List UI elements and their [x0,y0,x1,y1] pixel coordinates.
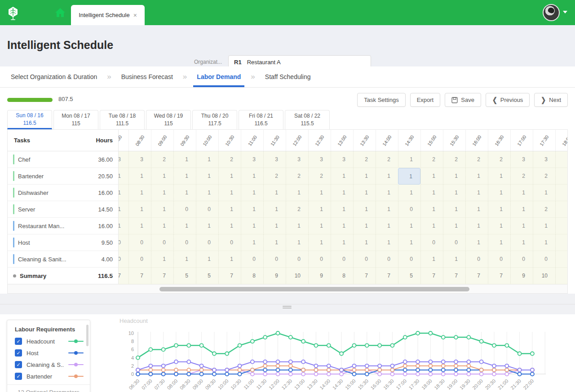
day-tab-tue[interactable]: Tue 08 / 18111.5 [100,110,145,129]
demand-cell[interactable]: 1 [173,251,196,268]
demand-cell[interactable]: 1 [331,185,353,201]
demand-cell[interactable]: 1 [376,201,398,218]
previous-button[interactable]: ❮ Previous [486,93,530,107]
demand-cell[interactable]: 0 [398,201,420,218]
demand-cell[interactable] [555,151,567,168]
demand-cell[interactable]: 1 [443,251,465,268]
demand-cell[interactable]: 1 [331,201,353,218]
demand-cell[interactable]: 1 [196,151,218,168]
demand-cell[interactable]: 1 [420,251,443,268]
optional-parameters-button[interactable]: 12 Optional Parameters [7,384,90,392]
day-tab-sun[interactable]: Sun 08 / 16116.5 [7,110,52,129]
demand-cell[interactable]: 0 [353,251,376,268]
day-tab-fri[interactable]: Fri 08 / 21116.5 [239,110,283,129]
demand-cell[interactable]: 0 [443,234,465,251]
demand-cell[interactable]: 0 [465,251,488,268]
demand-cell[interactable]: 1 [353,234,376,251]
demand-cell[interactable]: 1 [398,185,420,201]
demand-cell[interactable]: 2 [533,168,555,185]
demand-cell[interactable]: 7 [376,268,398,284]
demand-cell[interactable]: 1 [241,201,263,218]
demand-cell[interactable]: 3 [286,151,308,168]
demand-cell[interactable]: 0 [218,234,241,251]
demand-cell[interactable]: 0 [173,234,196,251]
selected-demand-cell[interactable]: 1 [398,168,420,185]
demand-cell[interactable]: 0 [533,251,555,268]
demand-cell[interactable]: 1 [353,168,376,185]
demand-cell[interactable]: 2 [443,151,465,168]
demand-cell[interactable]: 7 [218,268,241,284]
demand-cell[interactable]: 1 [420,201,443,218]
checkbox-checked-icon[interactable]: ✓ [15,361,22,368]
demand-cell[interactable]: 1 [241,234,263,251]
demand-cell[interactable] [555,218,567,234]
user-avatar[interactable] [543,4,560,21]
demand-cell[interactable]: 1 [263,185,286,201]
demand-cell[interactable]: 2 [286,201,308,218]
demand-cell[interactable]: 1 [196,218,218,234]
demand-cell[interactable]: 1 [510,234,533,251]
demand-cell[interactable]: 1 [151,185,173,201]
demand-cell[interactable]: 1 [241,185,263,201]
horizontal-scrollbar-handle[interactable] [159,287,469,291]
demand-cell[interactable]: 1 [151,201,173,218]
demand-cell[interactable]: 1 [151,218,173,234]
demand-cell[interactable]: 1 [308,234,331,251]
demand-cell[interactable]: 0 [488,251,510,268]
demand-cell[interactable]: 1 [196,185,218,201]
next-button[interactable]: ❯ Next [534,93,568,107]
demand-cell[interactable]: 10 [533,268,555,284]
demand-cell[interactable]: 1 [353,218,376,234]
demand-cell[interactable] [555,234,567,251]
demand-cell[interactable]: 1 [286,218,308,234]
demand-cell[interactable]: 1 [128,185,151,201]
demand-cell[interactable]: 1 [465,185,488,201]
demand-cell[interactable]: 0 [286,251,308,268]
demand-cell[interactable]: 1 [218,251,241,268]
demand-cell[interactable]: 8 [331,268,353,284]
demand-cell[interactable]: 1 [173,185,196,201]
demand-cell[interactable]: 1 [119,218,128,234]
demand-cell[interactable]: 1 [510,218,533,234]
demand-cell[interactable]: 1 [398,151,420,168]
day-tab-wed[interactable]: Wed 08 / 19115 [146,110,191,129]
demand-cell[interactable]: 7 [465,268,488,284]
demand-cell[interactable]: 1 [151,168,173,185]
demand-cell[interactable]: 3 [510,151,533,168]
demand-cell[interactable]: 5 [173,268,196,284]
demand-cell[interactable]: 2 [308,168,331,185]
demand-cell[interactable] [555,201,567,218]
tab-close-icon[interactable]: × [133,12,137,19]
demand-cell[interactable]: 2 [376,151,398,168]
demand-cell[interactable]: 0 [420,234,443,251]
demand-cell[interactable]: 1 [308,185,331,201]
demand-cell[interactable]: 1 [196,251,218,268]
demand-cell[interactable]: 2 [353,151,376,168]
step-staff-scheduling[interactable]: Staff Scheduling [265,66,311,87]
demand-cell[interactable]: 1 [443,168,465,185]
demand-cell[interactable]: 1 [173,151,196,168]
step-select-organization-duration[interactable]: Select Organization & Duration [11,66,97,87]
demand-cell[interactable]: 7 [128,268,151,284]
demand-cell[interactable]: 1 [465,218,488,234]
demand-cell[interactable]: 0 [241,251,263,268]
demand-cell[interactable]: 1 [376,168,398,185]
demand-cell[interactable]: 1 [128,201,151,218]
demand-cell[interactable]: 1 [218,218,241,234]
demand-cell[interactable]: 1 [465,168,488,185]
home-icon[interactable] [55,8,66,18]
step-business-forecast[interactable]: Business Forecast [121,66,173,87]
demand-cell[interactable]: 1 [465,201,488,218]
checkbox-checked-icon[interactable]: ✓ [15,373,22,380]
checkbox-checked-icon[interactable]: ✓ [15,338,22,345]
demand-cell[interactable]: 3 [533,151,555,168]
demand-cell[interactable]: 3 [241,151,263,168]
demand-cell[interactable]: 3 [263,151,286,168]
demand-cell[interactable]: 2 [420,151,443,168]
demand-cell[interactable]: 0 [119,234,128,251]
demand-cell[interactable]: 1 [128,168,151,185]
day-tab-mon[interactable]: Mon 08 / 17115 [53,110,98,129]
demand-cell[interactable]: 3 [308,151,331,168]
demand-cell[interactable]: 0 [128,234,151,251]
demand-cell[interactable]: 7 [420,268,443,284]
